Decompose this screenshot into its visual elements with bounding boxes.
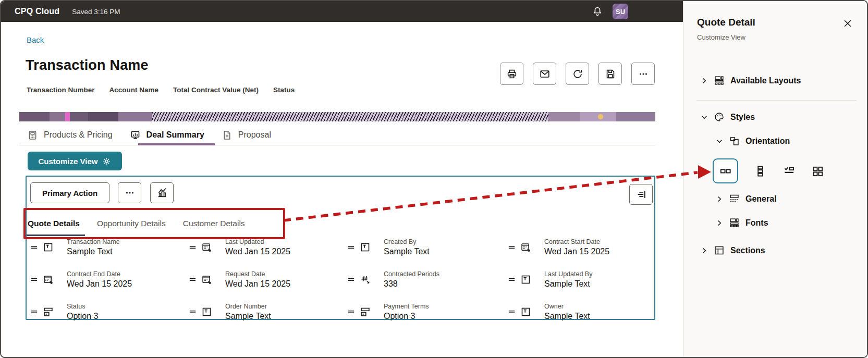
text-field-icon (520, 274, 531, 285)
sidebar-item-styles[interactable]: Styles (701, 112, 755, 122)
sidebar-item-label: Fonts (745, 218, 768, 228)
sidebar-item-available-layouts[interactable]: Available Layouts (701, 75, 801, 86)
topbar-actions: SU (592, 1, 628, 22)
select-field-icon (360, 306, 371, 317)
sidebar-item-label: Styles (730, 113, 755, 122)
drag-handle-icon[interactable] (30, 307, 39, 316)
subtab-customer-details[interactable]: Customer Details (183, 219, 245, 228)
field-cell: Transaction NameSample Text (30, 231, 188, 263)
save-icon (605, 68, 616, 80)
fonts-grid-icon (729, 217, 740, 228)
field-cell: Request DateWed Jan 15 2025 (188, 263, 347, 295)
field-text: Payment TermsOption 3 (384, 303, 429, 321)
tab-proposal[interactable]: Proposal (222, 125, 271, 145)
primary-action-button[interactable]: Primary Action (30, 182, 109, 203)
field-value: Option 3 (67, 312, 98, 321)
sidebar-item-fonts[interactable]: Fonts (716, 217, 768, 228)
sidebar-item-label: Sections (730, 246, 765, 255)
select-field-icon (43, 306, 54, 317)
orientation-option-horizontal[interactable] (713, 158, 738, 183)
header-toolbar (500, 63, 655, 85)
field-label: Last Updated (225, 238, 290, 245)
drag-handle-icon[interactable] (507, 243, 516, 252)
refresh-button[interactable] (566, 63, 589, 85)
drag-handle-icon[interactable] (507, 307, 516, 316)
tab-products-pricing[interactable]: Products & Pricing (27, 125, 113, 145)
email-button[interactable] (533, 63, 556, 85)
drag-handle-icon[interactable] (188, 275, 197, 284)
sidebar-item-label: General (745, 194, 777, 204)
bell-icon[interactable] (592, 6, 603, 17)
sidebar-item-sections[interactable]: Sections (701, 245, 765, 256)
orientation-option-grid[interactable] (811, 158, 824, 183)
field-text: Request DateWed Jan 15 2025 (225, 270, 290, 289)
field-label: Created By (384, 238, 430, 245)
field-cell: Payment TermsOption 3 (347, 295, 507, 328)
tab-deal-summary[interactable]: Deal Summary (130, 125, 204, 145)
meta-account-name: Account Name (109, 86, 159, 94)
field-value: Sample Text (67, 247, 120, 256)
customize-view-label: Customize View (39, 157, 98, 166)
panel-chart-button[interactable] (150, 182, 174, 203)
field-label: Status (67, 303, 98, 310)
close-icon[interactable] (842, 18, 853, 29)
field-text: Contract End DateWed Jan 15 2025 (67, 270, 132, 289)
sidebar-item-orientation[interactable]: Orientation (716, 135, 790, 146)
field-cell: Contract Start DateWed Jan 15 2025 (507, 231, 653, 263)
drag-handle-icon[interactable] (188, 243, 197, 252)
field-label: Owner (544, 303, 590, 310)
drag-handle-icon[interactable] (188, 307, 197, 316)
panel-more-button[interactable] (118, 182, 141, 203)
field-text: OwnerSample Text (544, 303, 590, 321)
back-link[interactable]: Back (27, 35, 44, 44)
field-text: Contracted Periods338 (384, 270, 439, 289)
field-label: Contracted Periods (384, 270, 439, 278)
refresh-icon (572, 68, 583, 80)
drag-handle-icon[interactable] (30, 243, 39, 252)
field-cell: Last Updated BySample Text (507, 263, 653, 295)
sidebar-subtitle: Customize View (697, 33, 745, 41)
save-button[interactable] (598, 63, 622, 85)
customize-view-button[interactable]: Customize View (28, 152, 122, 170)
sidebar-title: Quote Detail (697, 17, 755, 28)
orientation-option-vertical[interactable] (753, 158, 767, 183)
field-text: Last UpdatedWed Jan 15 2025 (225, 238, 290, 256)
orientation-option-list[interactable] (782, 158, 796, 183)
field-label: Contract End Date (67, 270, 132, 278)
text-field-icon (201, 306, 212, 317)
field-value: Sample Text (384, 247, 430, 256)
chevron-right-icon (716, 219, 723, 227)
field-label: Request Date (225, 270, 290, 278)
field-text: Last Updated BySample Text (544, 270, 592, 289)
orient-grid-icon (812, 165, 824, 177)
ellipsis-icon (638, 68, 649, 80)
ellipsis-icon (124, 187, 136, 199)
subtab-opportunity-details[interactable]: Opportunity Details (97, 219, 166, 228)
app-logo: CPQ Cloud (15, 7, 59, 16)
panel-align-button[interactable] (629, 184, 653, 205)
field-cell: StatusOption 3 (30, 295, 188, 328)
decorative-banner (19, 112, 655, 121)
tab-label: Deal Summary (146, 130, 204, 140)
text-field-icon (520, 306, 531, 317)
print-button[interactable] (500, 63, 523, 85)
drag-handle-icon[interactable] (30, 275, 39, 284)
drag-handle-icon[interactable] (507, 275, 516, 284)
more-actions-button[interactable] (631, 63, 655, 85)
field-cell: Order NumberSample Text (188, 295, 347, 328)
avatar[interactable]: SU (613, 4, 628, 19)
chevron-right-icon (716, 195, 723, 203)
sidebar-item-label: Available Layouts (730, 76, 801, 85)
drag-handle-icon[interactable] (347, 307, 356, 316)
sections-icon (714, 245, 725, 256)
layout-grid-icon (714, 75, 725, 86)
sidebar-item-general[interactable]: General (716, 193, 777, 204)
drag-handle-icon[interactable] (347, 275, 356, 284)
tabs-divider (19, 145, 655, 145)
active-tab-underline (138, 143, 215, 145)
date-field-icon (201, 274, 212, 285)
field-label: Transaction Name (67, 238, 120, 245)
subtab-quote-details[interactable]: Quote Details (28, 219, 80, 228)
chevron-down-icon (701, 114, 708, 121)
drag-handle-icon[interactable] (347, 243, 356, 252)
